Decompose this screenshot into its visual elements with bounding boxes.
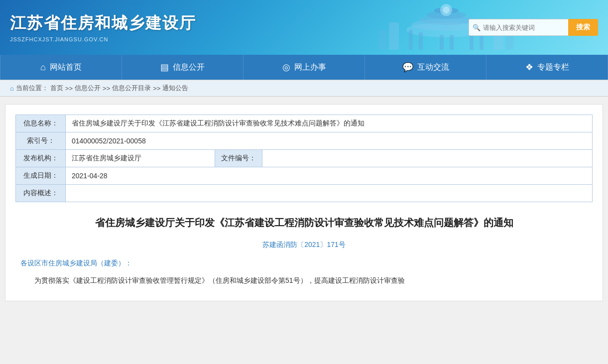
service-icon: ◎ xyxy=(282,62,290,73)
article-recipient: 各设区市住房城乡建设局（建委）： xyxy=(20,257,588,269)
breadcrumb-home-icon: ⌂ xyxy=(10,85,14,92)
label-index: 索引号： xyxy=(16,132,66,150)
interact-icon: 💬 xyxy=(402,62,413,73)
nav-label-home: 网站首页 xyxy=(50,62,82,73)
article-body-para1: 为贯彻落实《建设工程消防设计审查验收管理暂行规定》（住房和城乡建设部令第51号）… xyxy=(20,274,588,287)
special-icon: ❖ xyxy=(525,62,533,73)
value-publisher: 江苏省住房城乡建设厅 xyxy=(66,150,215,167)
svg-rect-7 xyxy=(440,35,444,50)
table-row-publisher: 发布机构： 江苏省住房城乡建设厅 文件编号： xyxy=(16,150,593,167)
breadcrumb-link-catalog[interactable]: 信息公开目录 xyxy=(112,84,151,93)
label-publisher: 发布机构： xyxy=(16,150,66,167)
article-title: 省住房城乡建设厅关于印发《江苏省建设工程消防设计审查验收常见技术难点问题解答》的… xyxy=(15,215,593,231)
svg-rect-8 xyxy=(450,35,454,50)
info-icon: ▤ xyxy=(160,62,169,73)
table-row-summary: 内容概述： xyxy=(16,185,593,202)
value-date: 2021-04-28 xyxy=(66,167,593,185)
nav-item-info[interactable]: ▤ 信息公开 xyxy=(122,55,243,80)
main-nav: ⌂ 网站首页 ▤ 信息公开 ◎ 网上办事 💬 互动交流 ❖ 专题专栏 xyxy=(0,55,608,80)
svg-rect-15 xyxy=(379,30,386,50)
nav-label-interact: 互动交流 xyxy=(417,62,449,73)
table-row-index: 索引号： 014000052/2021-00058 xyxy=(16,132,593,150)
table-row-name: 信息名称： 省住房城乡建设厅关于印发《江苏省建设工程消防设计审查验收常见技术难点… xyxy=(16,115,593,132)
info-table: 信息名称： 省住房城乡建设厅关于印发《江苏省建设工程消防设计审查验收常见技术难点… xyxy=(15,115,593,202)
nav-item-service[interactable]: ◎ 网上办事 xyxy=(243,55,365,80)
value-summary xyxy=(66,185,593,202)
site-title-en: JSSZFHCXJST.JIANGSU.GOV.CN xyxy=(10,36,196,42)
value-doc-no xyxy=(262,150,593,167)
breadcrumb-sep-2: >> xyxy=(103,85,110,92)
table-row-date: 生成日期： 2021-04-28 xyxy=(16,167,593,185)
nav-label-service: 网上办事 xyxy=(294,62,326,73)
search-button[interactable]: 搜索 xyxy=(568,19,598,36)
site-title-cn: 江苏省住房和城乡建设厅 xyxy=(10,12,196,34)
breadcrumb-link-info[interactable]: 信息公开 xyxy=(75,84,101,93)
nav-label-special: 专题专栏 xyxy=(537,62,569,73)
nav-item-special[interactable]: ❖ 专题专栏 xyxy=(486,55,608,80)
nav-item-home[interactable]: ⌂ 网站首页 xyxy=(0,55,122,80)
value-info-name: 省住房城乡建设厅关于印发《江苏省建设工程消防设计审查验收常见技术难点问题解答》的… xyxy=(66,115,593,132)
header-search: 🔍 搜索 xyxy=(469,19,598,36)
breadcrumb-link-notice[interactable]: 通知公告 xyxy=(162,84,188,93)
main-content: 信息名称： 省住房城乡建设厅关于印发《江苏省建设工程消防设计审查验收常见技术难点… xyxy=(5,104,603,301)
label-info-name: 信息名称： xyxy=(16,115,66,132)
header: 江苏省住房和城乡建设厅 JSSZFHCXJST.JIANGSU.GOV.CN 🔍… xyxy=(0,0,608,55)
nav-item-interact[interactable]: 💬 互动交流 xyxy=(365,55,486,80)
search-input[interactable] xyxy=(469,19,568,36)
nav-label-info: 信息公开 xyxy=(173,62,205,73)
search-icon: 🔍 xyxy=(473,24,481,31)
value-index: 014000052/2021-00058 xyxy=(66,132,593,150)
label-date: 生成日期： xyxy=(16,167,66,185)
svg-rect-13 xyxy=(389,22,399,50)
breadcrumb: ⌂ 当前位置： 首页 >> 信息公开 >> 信息公开目录 >> 通知公告 xyxy=(0,80,608,97)
header-logo: 江苏省住房和城乡建设厅 JSSZFHCXJST.JIANGSU.GOV.CN xyxy=(10,12,196,42)
article-sub-info: 苏建函消防〔2021〕171号 xyxy=(15,241,593,249)
label-doc-no: 文件编号： xyxy=(215,150,262,167)
svg-rect-5 xyxy=(409,30,413,50)
breadcrumb-sep-1: >> xyxy=(65,85,73,92)
svg-rect-6 xyxy=(419,32,423,50)
article-content: 各设区市住房城乡建设局（建委）： 为贯彻落实《建设工程消防设计审查验收管理暂行规… xyxy=(15,257,593,287)
breadcrumb-link-home[interactable]: 首页 xyxy=(50,84,63,93)
home-icon: ⌂ xyxy=(40,62,46,73)
svg-point-12 xyxy=(443,6,450,13)
breadcrumb-current-label: 当前位置： xyxy=(16,84,48,93)
breadcrumb-sep-3: >> xyxy=(153,85,160,92)
label-summary: 内容概述： xyxy=(16,185,66,202)
